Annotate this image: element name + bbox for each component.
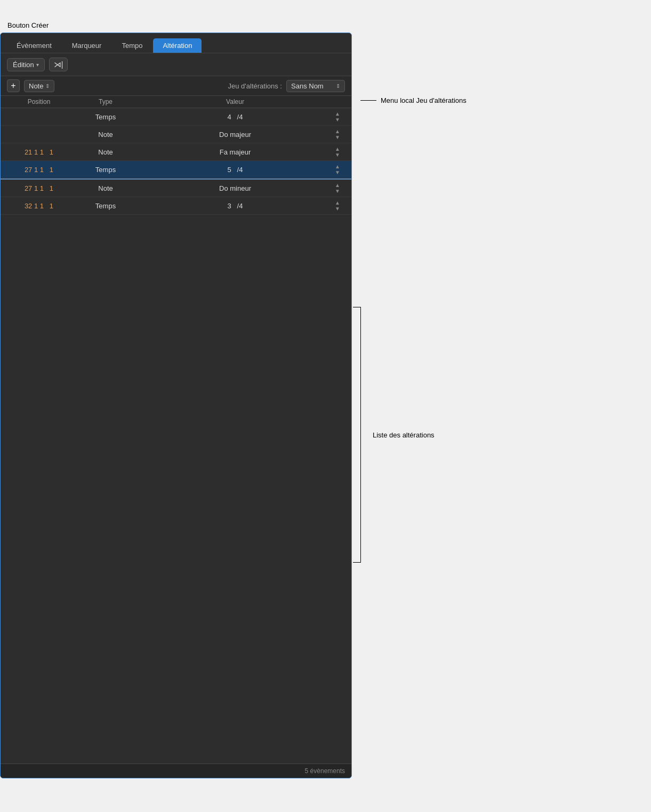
row-value: 4 /4 [140,113,330,121]
row-position [7,113,71,121]
row-value: Fa majeur [140,148,330,156]
row-value: Do majeur [140,131,330,139]
tab-tempo[interactable]: Tempo [112,38,152,53]
row-stepper[interactable]: ▲▼ [330,128,345,140]
table-row[interactable]: 27 1 1 1 Temps 5 /4 ▲▼ [1,161,351,178]
add-toolbar-row: + Note ⇕ Jeu d'altérations : Sans Nom ⇕ [1,76,351,96]
table-row[interactable]: 27 1 1 1 Note Do mineur ▲▼ [1,180,351,197]
tab-alteration[interactable]: Altération [153,38,202,53]
toolbar-row: Édition ▾ ⋊| [1,53,351,76]
row-value: 3 /4 [140,202,330,210]
chevron-down-icon: ▾ [36,62,39,68]
row-position: 27 1 1 1 [7,166,71,174]
tabs-row: Évènement Marqueur Tempo Altération [1,33,351,53]
alteration-panel: Évènement Marqueur Tempo Altération Édit… [0,33,352,778]
row-position: 32 1 1 1 [7,202,71,210]
annotations-container: Menu local Jeu d'altérations Liste des a… [360,33,467,563]
table-row[interactable]: 21 1 1 1 Note Fa majeur ▲▼ [1,143,351,161]
alteration-list: Temps 4 /4 ▲▼ Note Do majeur ▲▼ 21 1 1 1… [1,108,351,764]
header-valeur: Valeur [140,98,330,105]
table-row[interactable]: Temps 4 /4 ▲▼ [1,108,351,126]
annotation-jeu-label: Menu local Jeu d'altérations [381,96,467,104]
tab-evenement[interactable]: Évènement [7,38,61,53]
jeu-select[interactable]: Sans Nom ⇕ [286,80,345,92]
add-button[interactable]: + [7,79,20,92]
filter-button[interactable]: ⋊| [49,58,68,71]
row-value: Do mineur [140,184,330,192]
tab-marqueur[interactable]: Marqueur [62,38,111,53]
jeu-chevron-icon: ⇕ [336,83,340,89]
row-stepper[interactable]: ▲▼ [330,111,345,123]
jeu-prefix-label: Jeu d'altérations : [228,82,283,90]
row-stepper[interactable]: ▲▼ [330,146,345,158]
jeu-value-label: Sans Nom [291,82,324,90]
type-select[interactable]: Note ⇕ [24,80,54,92]
annotation-liste: Liste des altérations [360,307,467,563]
row-value: 5 /4 [140,166,330,174]
row-type: Note [71,131,140,139]
filter-icon: ⋊| [54,60,63,69]
table-row[interactable]: 32 1 1 1 Temps 3 /4 ▲▼ [1,197,351,215]
row-stepper[interactable]: ▲▼ [330,164,345,175]
edition-label: Édition [13,61,34,69]
table-row[interactable]: Note Do majeur ▲▼ [1,126,351,143]
row-type: Note [71,148,140,156]
row-type: Temps [71,113,140,121]
annotation-line [360,100,376,101]
type-label: Note [29,82,43,90]
event-count-label: 5 évènements [305,767,345,775]
row-position: 27 1 1 1 [7,184,71,192]
type-chevron-icon: ⇕ [45,83,50,89]
edition-button[interactable]: Édition ▾ [7,58,45,71]
header-position: Position [7,98,71,105]
row-type: Note [71,184,140,192]
annotation-jeu: Menu local Jeu d'altérations [360,96,467,104]
row-position [7,131,71,139]
row-type: Temps [71,166,140,174]
row-stepper[interactable]: ▲▼ [330,182,345,194]
annotation-liste-label: Liste des altérations [373,431,435,439]
panel-footer: 5 évènements [1,764,351,778]
header-actions [330,98,345,105]
row-stepper[interactable]: ▲▼ [330,200,345,212]
bouton-creer-label: Bouton Créer [7,21,651,29]
table-header: Position Type Valeur [1,96,351,108]
row-position: 21 1 1 1 [7,148,71,156]
row-type: Temps [71,202,140,210]
header-type: Type [71,98,140,105]
